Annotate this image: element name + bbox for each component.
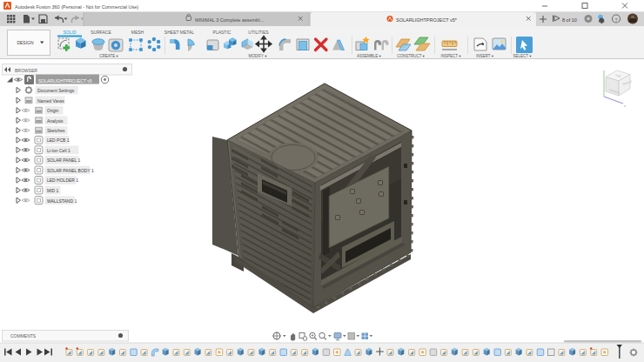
svg-text:MODIFY ▾: MODIFY ▾: [249, 54, 268, 58]
svg-text:SURFACE: SURFACE: [91, 30, 111, 35]
svg-text:UTILITIES: UTILITIES: [248, 30, 269, 35]
svg-text:CONSTRUCT ▾: CONSTRUCT ▾: [397, 54, 425, 58]
svg-text:PLASTIC: PLASTIC: [213, 30, 231, 35]
svg-text:BROWSER: BROWSER: [15, 68, 37, 73]
svg-text:ASSEMBLE ▾: ASSEMBLE ▾: [357, 54, 382, 58]
svg-text:INSPECT ▾: INSPECT ▾: [441, 54, 462, 58]
svg-text:SOLAR PANEL 1: SOLAR PANEL 1: [47, 158, 81, 163]
svg-text:CREATE ▾: CREATE ▾: [99, 54, 118, 58]
svg-text:Sketches: Sketches: [47, 128, 65, 133]
svg-text:INSERT ▾: INSERT ▾: [476, 54, 494, 58]
svg-text:MINIMAL 3 Complete assembl...: MINIMAL 3 Complete assembl...: [195, 17, 264, 23]
svg-text:SOLID: SOLID: [63, 30, 76, 35]
svg-text:COMMENTS: COMMENTS: [10, 333, 37, 339]
svg-text:Named Views: Named Views: [37, 98, 64, 104]
svg-text:MID 1: MID 1: [47, 188, 59, 193]
svg-text:SELECT ▾: SELECT ▾: [513, 54, 533, 58]
svg-text:Autodesk Fusion 360 (Personal: Autodesk Fusion 360 (Personal - Not for …: [15, 4, 138, 10]
svg-text:SOLARLIGHTPROJECT v5: SOLARLIGHTPROJECT v5: [38, 78, 92, 84]
svg-text:Origin: Origin: [47, 108, 59, 113]
svg-text:SOLARLIGHTPROJECT v5*: SOLARLIGHTPROJECT v5*: [396, 17, 458, 23]
svg-text:z: z: [624, 104, 626, 108]
svg-text:Document Settings: Document Settings: [37, 88, 75, 93]
svg-text:SOLAR PANEL BODY 1: SOLAR PANEL BODY 1: [47, 168, 94, 173]
svg-text:MESH: MESH: [131, 30, 144, 35]
svg-text:SHEET METAL: SHEET METAL: [164, 30, 194, 35]
svg-text:Li-Ion Cell 1: Li-Ion Cell 1: [47, 148, 70, 153]
svg-text:WALLSTAND 1: WALLSTAND 1: [47, 198, 77, 204]
svg-text:DESIGN: DESIGN: [17, 40, 34, 45]
svg-text:LED PCB 1: LED PCB 1: [47, 137, 70, 143]
svg-text:Analysis: Analysis: [47, 118, 64, 124]
svg-text:8 of 10: 8 of 10: [562, 17, 577, 23]
svg-text:LED HOLDER 1: LED HOLDER 1: [47, 178, 78, 183]
